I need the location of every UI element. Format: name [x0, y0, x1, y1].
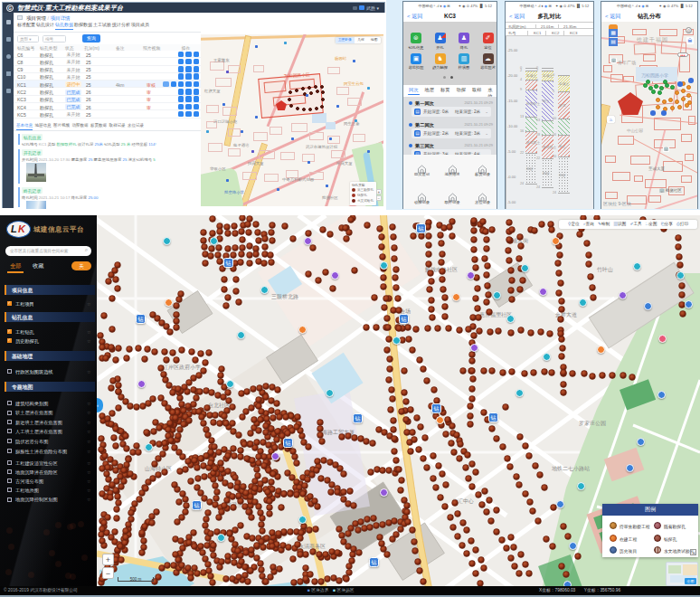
svg-text:罗家庄公园: 罗家庄公园: [579, 420, 606, 427]
svg-text:金桥大道: 金桥大道: [554, 311, 577, 317]
svg-text:永清商务区: 永清商务区: [298, 543, 326, 549]
svg-text:地铁二七小路站: 地铁二七小路站: [552, 465, 590, 472]
svg-text:江岸区政府小学: 江岸区政府小学: [163, 364, 201, 370]
svg-text:山海特小区: 山海特小区: [145, 465, 172, 472]
svg-text:三眼桥北路: 三眼桥北路: [271, 293, 298, 300]
svg-text:竹叶山: 竹叶山: [597, 267, 613, 272]
